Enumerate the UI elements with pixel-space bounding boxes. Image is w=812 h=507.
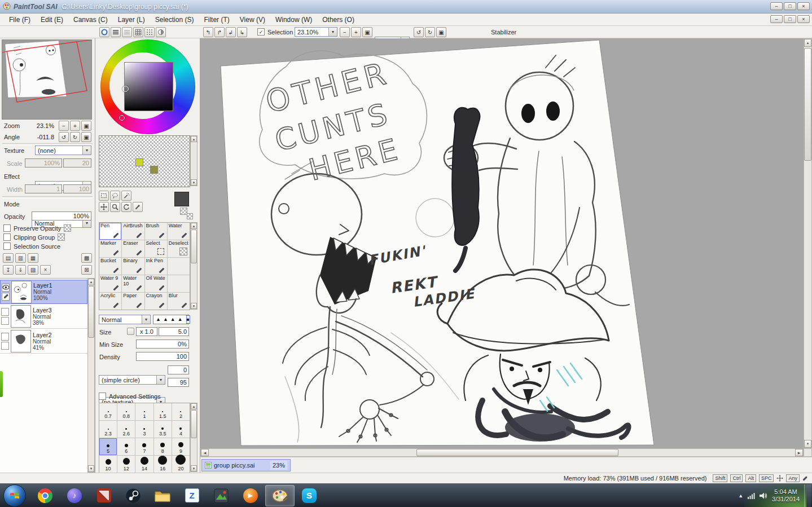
tool-oil-water[interactable]: Oil Wate: [145, 275, 167, 292]
grid-toggle-button[interactable]: [133, 27, 143, 37]
scroll-up-arrow[interactable]: ▲: [191, 136, 197, 142]
scroll-up-arrow[interactable]: ▲: [191, 403, 197, 409]
start-button[interactable]: [3, 484, 26, 507]
mdi-minimize-button[interactable]: –: [770, 15, 783, 23]
menu-edit[interactable]: Edit (E): [36, 15, 68, 25]
texture-strength-slider[interactable]: 20: [63, 158, 91, 167]
new-layer-set-button[interactable]: ▦: [28, 253, 38, 263]
taskbar-clock[interactable]: 5:04 AM 3/31/2014: [772, 488, 800, 503]
visibility-toggle[interactable]: [2, 284, 10, 292]
magic-wand-tool[interactable]: [121, 191, 131, 201]
scroll-right-arrow[interactable]: ▶: [795, 449, 803, 456]
tool-bucket[interactable]: Bucket: [99, 258, 121, 275]
show-hidden-icons-button[interactable]: ▲: [738, 493, 743, 499]
scroll-down-arrow[interactable]: ▼: [191, 179, 197, 186]
brush-shape-select[interactable]: (simple circle) ▼: [99, 375, 165, 385]
tool-crayon[interactable]: Crayon: [145, 293, 167, 310]
swatch-olive[interactable]: [150, 166, 158, 174]
tool-deselect[interactable]: Deselect: [168, 240, 190, 257]
lasso-tool[interactable]: [110, 191, 120, 201]
merge-down-button[interactable]: ⇓: [15, 265, 26, 275]
nav-zoom-out-button[interactable]: −: [59, 121, 69, 131]
rotate-view-tool[interactable]: [121, 202, 131, 212]
taskbar-skype[interactable]: S: [295, 485, 324, 506]
brush-size-slider[interactable]: 5.0: [159, 327, 189, 336]
new-layer-button[interactable]: ▤: [3, 253, 14, 263]
brush-size-6[interactable]: 6: [117, 438, 135, 455]
lines-panel-toggle-button[interactable]: [111, 27, 121, 37]
mdi-restore-button[interactable]: □: [784, 15, 796, 23]
tool-grid-scrollbar[interactable]: ▲ ▼: [190, 222, 197, 310]
menu-window[interactable]: Window (W): [271, 15, 317, 25]
size-unit-box[interactable]: x 1.0: [136, 327, 157, 336]
tool-water-10[interactable]: Water 10: [122, 275, 144, 292]
tool-empty[interactable]: [168, 275, 190, 292]
brush-size-10[interactable]: 10: [99, 456, 117, 473]
dot-grid-toggle-button[interactable]: [144, 27, 155, 37]
scrollbar-thumb[interactable]: [416, 449, 618, 456]
brush-size-1.5[interactable]: 1.5: [154, 403, 172, 420]
rotate-cw-button[interactable]: ↻: [425, 27, 435, 37]
layer-opacity-slider[interactable]: 100%: [32, 211, 91, 221]
brush-size-4[interactable]: 4: [172, 421, 190, 438]
nav-zoom-reset-button[interactable]: ▣: [81, 121, 91, 131]
brush-edge-selector[interactable]: ▲ ▲ ▲ ▲ ■: [153, 315, 189, 324]
visibility-toggle[interactable]: [1, 333, 9, 341]
rect-select-tool[interactable]: [99, 191, 109, 201]
scroll-up-arrow[interactable]: ▲: [804, 39, 811, 47]
title-bar[interactable]: PaintTool SAI C:\Users\Linky\Desktop\gro…: [0, 0, 812, 14]
tool-water-9[interactable]: Water 9: [99, 275, 121, 292]
taskbar-photo-viewer[interactable]: [207, 485, 236, 506]
min-size-slider[interactable]: 0%: [136, 340, 189, 349]
tool-marker[interactable]: Marker: [99, 240, 121, 257]
current-color-swatch[interactable]: [174, 192, 189, 206]
tool-ink-pen[interactable]: Ink Pen: [145, 258, 167, 275]
layer-row-layer2[interactable]: Layer2 Normal 41%: [0, 329, 87, 354]
brush-size-14[interactable]: 14: [135, 456, 153, 473]
zoom-out-button[interactable]: −: [340, 27, 350, 37]
zoom-reset-button[interactable]: ▣: [362, 27, 372, 37]
taskbar-z-app[interactable]: Z: [177, 485, 207, 506]
taskbar-chrome[interactable]: [30, 485, 60, 506]
brush-size-20[interactable]: 20: [172, 456, 190, 473]
layer-paint-indicator[interactable]: [1, 317, 9, 325]
nav-zoom-in-button[interactable]: +: [70, 121, 80, 131]
transparent-color-swatch[interactable]: [187, 213, 193, 219]
layer-row-layer3[interactable]: Layer3 Normal 38%: [0, 305, 87, 329]
advanced-settings-checkbox[interactable]: Advanced Settings: [99, 393, 161, 400]
effect-width-slider[interactable]: 1: [25, 184, 62, 193]
nav-prev-button[interactable]: ↰: [203, 27, 213, 37]
eyedropper-tool[interactable]: [133, 202, 143, 212]
rotate-ccw-button[interactable]: ↺: [414, 27, 424, 37]
brush-size-12[interactable]: 12: [117, 456, 135, 473]
menu-others[interactable]: Others (O): [318, 15, 359, 25]
close-button[interactable]: ×: [797, 2, 810, 10]
brush-size-5[interactable]: 5: [99, 438, 117, 455]
document-tab[interactable]: group piccy.sai 23%: [201, 459, 291, 471]
taskbar-painttool-sai[interactable]: [265, 485, 295, 506]
canvas-horizontal-scrollbar[interactable]: ◀ ▶: [200, 448, 804, 457]
tool-eraser[interactable]: Eraser: [122, 240, 144, 257]
layer-row-layer1[interactable]: Layer1 Normal 100%: [0, 280, 87, 304]
taskbar-explorer[interactable]: [148, 485, 177, 506]
tool-airbrush[interactable]: AirBrush: [122, 223, 144, 240]
hue-cursor-icon[interactable]: [119, 115, 125, 121]
size-grid-scrollbar[interactable]: ▲ ▼: [190, 403, 197, 472]
maximize-button[interactable]: □: [784, 2, 796, 10]
brush-texture-strength[interactable]: 95: [168, 378, 189, 387]
scroll-down-arrow[interactable]: ▼: [191, 303, 197, 309]
nav-angle-reset-button[interactable]: ▣: [81, 132, 91, 142]
zoom-in-button[interactable]: +: [351, 27, 361, 37]
layer-mask-button[interactable]: ▩: [81, 253, 92, 263]
tool-blur[interactable]: Blur: [168, 293, 190, 310]
scrollbar-thumb[interactable]: [804, 48, 811, 161]
clear-layer-button[interactable]: ▨: [28, 265, 38, 275]
layer-options-button[interactable]: ⊠: [81, 265, 92, 275]
size-unit-button[interactable]: [127, 328, 134, 335]
brush-size-0.8[interactable]: 0.8: [117, 403, 135, 420]
taskbar-media-player[interactable]: ▶: [236, 485, 265, 506]
zoom-combobox[interactable]: 23.10% ▼: [295, 27, 337, 37]
effect-strength-slider[interactable]: 100: [63, 184, 91, 193]
taskbar-dota2[interactable]: [89, 485, 118, 506]
tool-water[interactable]: Water: [168, 223, 190, 240]
